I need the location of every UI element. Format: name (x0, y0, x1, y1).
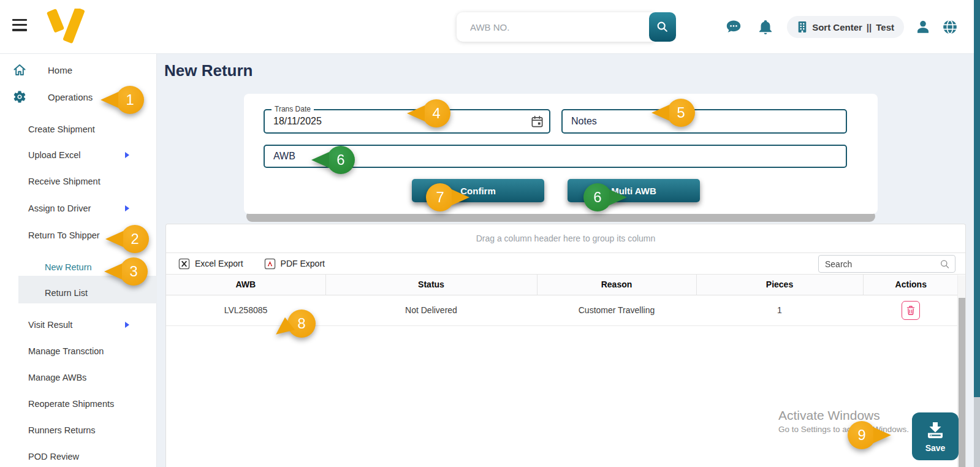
search-icon (940, 259, 950, 270)
annotation-balloon-new-return: 3 (120, 257, 148, 286)
trash-icon (906, 305, 916, 316)
group-by-hint[interactable]: Drag a column header here to group its c… (166, 224, 965, 253)
sidebar-item-pod-review[interactable]: POD Review (0, 444, 157, 467)
page-scrollbar-thumb[interactable] (974, 0, 980, 397)
pdf-export-button[interactable]: PDF Export (264, 258, 325, 270)
notes-input[interactable] (563, 110, 846, 132)
chat-icon[interactable] (726, 19, 742, 35)
column-header-status[interactable]: Status (325, 275, 537, 295)
language-globe-icon[interactable] (942, 19, 958, 35)
badge-separator: || (867, 22, 872, 32)
annotation-balloon-trans-date: 4 (422, 99, 450, 127)
annotation-balloon-notes: 5 (667, 99, 695, 127)
delete-row-button[interactable] (902, 301, 920, 320)
annotation-balloon-awb-input: 6 (327, 146, 355, 174)
header-icon-group: Sort Center || Test (726, 0, 974, 54)
cell-pieces: 1 (696, 295, 863, 325)
app-root: Sort Center || Test Home Operations (0, 0, 980, 467)
sidebar-item-visit-result[interactable]: Visit Result (0, 312, 157, 338)
chevron-right-icon (125, 152, 129, 158)
awb-search-input[interactable] (457, 12, 654, 42)
page-title: New Return (164, 61, 253, 80)
cell-actions (863, 295, 959, 325)
grid-scrollbar-thumb[interactable] (959, 298, 965, 467)
branch-badge[interactable]: Sort Center || Test (787, 16, 904, 38)
grid-toolbar: Excel Export PDF Export (166, 253, 965, 275)
notifications-bell-icon[interactable] (758, 19, 773, 35)
sidebar-item-create-shipment[interactable]: Create Shipment (0, 116, 157, 142)
sidebar-item-manage-awbs[interactable]: Manage AWBs (0, 365, 157, 390)
branch-name: Sort Center (812, 22, 862, 32)
annotation-balloon-operations: 1 (116, 86, 144, 114)
top-header: Sort Center || Test (0, 0, 974, 54)
chevron-right-icon (125, 205, 129, 211)
sidebar-item-runners-returns[interactable]: Runners Returns (0, 417, 157, 443)
hamburger-menu-icon[interactable] (12, 19, 28, 34)
save-button[interactable]: Save (912, 412, 959, 460)
grid-search-box (818, 255, 955, 273)
awb-search-group (457, 12, 676, 42)
home-icon (12, 63, 27, 77)
annotation-balloon-save: 9 (848, 421, 876, 449)
annotation-balloon-confirm: 7 (426, 183, 454, 211)
pdf-icon (264, 258, 276, 270)
column-header-actions[interactable]: Actions (863, 275, 959, 295)
sidebar-item-upload-excel[interactable]: Upload Excel (0, 142, 157, 168)
building-icon (797, 21, 808, 33)
chevron-right-icon (125, 322, 129, 328)
annotation-balloon-awb-row: 8 (287, 309, 316, 338)
table-header-row: AWB Status Reason Pieces Actions (166, 275, 959, 295)
column-header-pieces[interactable]: Pieces (696, 275, 863, 295)
page-scrollbar (974, 0, 980, 467)
calendar-icon[interactable] (530, 115, 544, 131)
sidebar-item-reoperate-shipments[interactable]: Reoperate Shipments (0, 391, 157, 417)
cell-status: Not Delivered (325, 295, 537, 325)
user-profile-icon[interactable] (915, 19, 931, 35)
environment-name: Test (876, 22, 894, 32)
save-icon (925, 420, 946, 440)
sidebar-item-manage-transction[interactable]: Manage Transction (0, 338, 157, 364)
notes-field (561, 109, 847, 134)
trans-date-label: Trans Date (272, 105, 314, 113)
search-icon (656, 20, 669, 34)
brand-logo (47, 9, 85, 45)
column-header-awb[interactable]: AWB (166, 275, 325, 295)
cell-reason: Customer Travelling (537, 295, 696, 325)
sidebar-item-home[interactable]: Home (0, 57, 157, 83)
search-button[interactable] (649, 12, 676, 42)
annotation-balloon-return-to-shipper: 2 (121, 225, 149, 253)
grid-search-input[interactable] (819, 259, 940, 269)
sidebar-item-assign-to-driver[interactable]: Assign to Driver (0, 196, 157, 221)
annotation-balloon-multi-awb: 6 (583, 183, 612, 211)
excel-export-button[interactable]: Excel Export (178, 258, 243, 270)
sidebar-item-receive-shipment[interactable]: Receive Shipment (0, 169, 157, 194)
column-header-reason[interactable]: Reason (537, 275, 696, 295)
operations-gear-icon (12, 89, 27, 104)
excel-icon (178, 258, 190, 270)
